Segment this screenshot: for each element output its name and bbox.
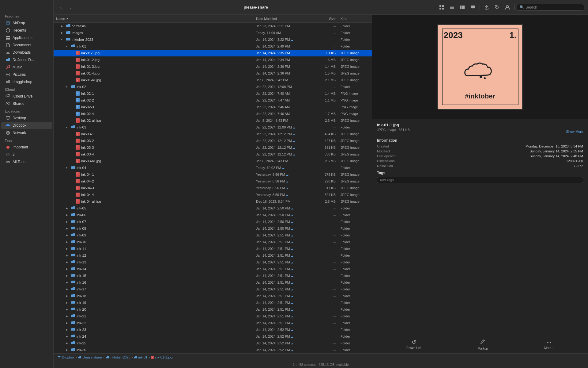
table-row[interactable]: ▾ inktober-2023 Jan 14, 2024, 3:22 PM☁ -… (54, 36, 372, 43)
table-row[interactable]: ▶ ink-11 Jan 14, 2024, 2:51 PM☁ -- Folde… (54, 245, 372, 252)
search-input[interactable] (526, 5, 582, 10)
table-row[interactable]: ▶ ink-20 Jan 14, 2024, 2:51 PM☁ -- Folde… (54, 306, 372, 313)
col-header-kind[interactable]: Kind (336, 17, 369, 21)
table-row[interactable]: J ink-01-2.jpg Jan 14, 2024, 2:34 PM 1.6… (54, 56, 372, 63)
sidebar-item-dr-jones[interactable]: Dr Jones D... (1, 56, 52, 63)
table-row[interactable]: ▶ ink-05 Jan 14, 2024, 2:50 PM☁ -- Folde… (54, 205, 372, 212)
sidebar-item-recents[interactable]: Recents (1, 27, 52, 34)
show-more-link[interactable]: Show More (566, 130, 583, 133)
row-label: ink-02-2 (81, 98, 94, 102)
table-row[interactable]: ▶ ink-13 Jan 14, 2024, 2:51 PM☁ -- Folde… (54, 259, 372, 266)
user-button[interactable] (503, 3, 512, 12)
table-row[interactable]: ▶ ink-22 Jan 14, 2024, 2:51 PM☁ -- Folde… (54, 320, 372, 326)
sidebar-item-all-tags[interactable]: All Tags... (1, 158, 52, 166)
table-row[interactable]: ▶ ink-15 Jan 14, 2024, 2:51 PM☁ -- Folde… (54, 272, 372, 279)
table-row[interactable]: ▶ ink-09 Jan 14, 2024, 2:51 PM☁ -- Folde… (54, 232, 372, 239)
table-row[interactable]: J ink-03-4 Jan 22, 2024, 12:12 PM☁ 338 K… (54, 151, 372, 158)
table-row[interactable]: ▶ ink-08 Jan 14, 2024, 2:50 PM☁ -- Folde… (54, 225, 372, 232)
back-button[interactable]: ‹ (57, 4, 65, 11)
table-row[interactable]: P ink-02-3 Jan 22, 2024, 7:46 AM PNG ima… (54, 104, 372, 110)
breadcrumb-sep-3: › (132, 355, 133, 359)
table-row[interactable]: ▶ ink-14 Jan 14, 2024, 2:51 PM☁ -- Folde… (54, 266, 372, 272)
table-row[interactable]: J ink-03-1 Jan 22, 2024, 12:12 PM☁ 434 K… (54, 131, 372, 137)
sidebar-item-applications[interactable]: Applications (1, 34, 52, 41)
tags-input[interactable] (377, 177, 583, 183)
table-row[interactable]: ▶ ink-10 Jan 14, 2024, 2:51 PM☁ -- Folde… (54, 239, 372, 245)
breadcrumb-dropbox[interactable]: Dropbox (57, 355, 75, 359)
view-icon-columns[interactable] (458, 3, 467, 12)
forward-button[interactable]: › (67, 4, 74, 11)
table-row[interactable]: ▶ ink-25 Jan 14, 2024, 2:52 PM☁ -- Folde… (54, 340, 372, 347)
table-row[interactable]: J ink-04-1 Yesterday, 8:56 PM☁ 275 KB JP… (54, 171, 372, 178)
table-row[interactable]: P ink-02-2 Jan 22, 2024, 7:47 AM 1.1 MB … (54, 97, 372, 104)
table-row[interactable]: ▶ ink-26 Jan 14, 2024, 2:52 PM☁ -- Folde… (54, 347, 372, 353)
sidebar-item-important-tag[interactable]: Important (1, 144, 52, 151)
table-row[interactable]: ▶ ink-19 Jan 14, 2024, 2:51 PM☁ -- Folde… (54, 299, 372, 306)
sidebar-item-music[interactable]: Music (1, 63, 52, 71)
table-row[interactable]: J ink-04-3 Yesterday, 8:56 PM☁ 317 KB JP… (54, 185, 372, 191)
breadcrumb-please-share[interactable]: please-share (78, 355, 102, 359)
table-row[interactable]: J ink-01-3.jpg Jan 14, 2024, 2:36 PM 1.4… (54, 63, 372, 70)
table-row[interactable]: J ink-03-3 Jan 22, 2024, 12:12 PM☁ 381 K… (54, 144, 372, 151)
markup-button[interactable]: Markup (478, 339, 488, 350)
col-header-date[interactable]: Date Modified (256, 17, 311, 21)
more-button[interactable]: ··· More... (544, 339, 554, 350)
sidebar-item-airdrop[interactable]: AirDrop (1, 19, 52, 27)
row-name: P ink-02-4 (56, 112, 256, 116)
table-row[interactable]: J ink-01-1.jpg Jan 14, 2024, 2:35 PM 351… (54, 50, 372, 56)
file-icon: P (76, 112, 80, 116)
table-row[interactable]: ▾ ink-04 Today, 10:02 PM☁ -- Folder (54, 164, 372, 171)
row-kind: JPEG image (336, 159, 369, 163)
table-row[interactable]: ▶ camtasia Jan 23, 2024, 3:11 PM -- Fold… (54, 23, 372, 29)
breadcrumb-ink-01[interactable]: ink-01 (134, 355, 147, 359)
sidebar-item-desktop[interactable]: Desktop (1, 114, 52, 122)
search-box[interactable]: 🔍 (517, 4, 584, 11)
table-row[interactable]: ▶ ink-21 Jan 14, 2024, 2:51 PM☁ -- Folde… (54, 313, 372, 320)
view-icon-list[interactable] (448, 3, 456, 12)
table-row[interactable]: ▾ ink-03 Jan 22, 2024, 12:09 PM☁ -- Fold… (54, 124, 372, 131)
rotate-left-button[interactable]: ↺ Rotate Left (406, 339, 421, 350)
table-row[interactable]: ▶ ink-12 Jan 14, 2024, 2:51 PM☁ -- Folde… (54, 252, 372, 259)
table-row[interactable]: J ink-04-4 Yesterday, 8:56 PM☁ 324 KB JP… (54, 191, 372, 198)
table-row[interactable]: ▶ ink-06 Jan 14, 2024, 2:50 PM☁ -- Folde… (54, 212, 372, 218)
sidebar-item-draggindrop[interactable]: draggindrop (1, 78, 52, 86)
table-row[interactable]: ▶ ink-23 Jan 14, 2024, 2:52 PM☁ -- Folde… (54, 326, 372, 333)
sidebar-item-downloads[interactable]: Downloads (1, 49, 52, 56)
table-row[interactable]: ▶ ink-16 Jan 14, 2024, 2:51 PM☁ -- Folde… (54, 279, 372, 286)
table-row[interactable]: P ink-02-1 Jan 22, 2024, 7:40 AM 1.4 MB … (54, 90, 372, 97)
view-icon-grid[interactable] (437, 3, 446, 12)
table-row[interactable]: ▶ ink-17 Jan 14, 2024, 2:51 PM☁ -- Folde… (54, 286, 372, 293)
sidebar-item-pictures[interactable]: Pictures (1, 71, 52, 78)
table-row[interactable]: J ink-01-4.jpg Jan 14, 2024, 2:36 PM 1.5… (54, 70, 372, 77)
table-row[interactable]: ▶ images Today, 11:09 AM -- Folder (54, 29, 372, 36)
sidebar-item-documents[interactable]: Documents (1, 41, 52, 49)
share-button[interactable] (482, 3, 491, 12)
table-row[interactable]: J ink-04-all.jpg Dec 18, 2023, 8:34 PM 2… (54, 198, 372, 205)
col-header-size[interactable]: Size (311, 17, 336, 21)
sidebar-locations-label: Locations (0, 107, 53, 114)
file-rows[interactable]: ▶ camtasia Jan 23, 2024, 3:11 PM -- Fold… (54, 23, 372, 353)
tag-button[interactable] (493, 3, 501, 12)
table-row[interactable]: ▶ ink-24 Jan 14, 2024, 2:52 PM☁ -- Folde… (54, 333, 372, 340)
sidebar-item-dropbox[interactable]: Dropbox (1, 122, 52, 129)
table-row[interactable]: ▶ ink-18 Jan 14, 2024, 2:51 PM☁ -- Folde… (54, 293, 372, 299)
sidebar-item-network[interactable]: Network (1, 129, 52, 136)
view-icon-gallery[interactable] (469, 3, 477, 12)
chevron-icon: ▶ (61, 31, 65, 34)
sidebar-item-tag-2[interactable]: 2 (1, 151, 52, 158)
file-icon (71, 280, 75, 285)
breadcrumb-inktober[interactable]: inktober-2023 (106, 355, 130, 359)
table-row[interactable]: J ink-03-all.jpg Jan 8, 2024, 8:43 PM 2.… (54, 158, 372, 164)
breadcrumb-ink-01-1[interactable]: J ink-01-1.jpg (151, 355, 172, 359)
table-row[interactable]: J ink-02-all.jpg Jan 8, 2024, 8:43 PM 2.… (54, 117, 372, 124)
sidebar-item-shared[interactable]: Shared (1, 100, 52, 107)
table-row[interactable]: J ink-01-all.jpg Jan 8, 2024, 8:42 PM 2.… (54, 77, 372, 83)
table-row[interactable]: ▶ ink-07 Jan 14, 2024, 2:50 PM☁ -- Folde… (54, 218, 372, 225)
table-row[interactable]: J ink-03-2 Jan 22, 2024, 12:12 PM☁ 427 K… (54, 137, 372, 144)
table-row[interactable]: ▾ ink-02 Jan 22, 2024, 12:08 PM -- Folde… (54, 83, 372, 90)
table-row[interactable]: P ink-02-4 Jan 22, 2024, 7:46 AM 1.7 MB … (54, 110, 372, 117)
table-row[interactable]: J ink-04-2 Yesterday, 8:56 PM☁ 290 KB JP… (54, 178, 372, 185)
sidebar-item-icloud-drive[interactable]: iCloud Drive (1, 93, 52, 100)
col-header-name[interactable]: Name ▼ (56, 17, 256, 21)
table-row[interactable]: ▾ ink-01 Jan 14, 2024, 2:49 PM -- Folder (54, 43, 372, 50)
